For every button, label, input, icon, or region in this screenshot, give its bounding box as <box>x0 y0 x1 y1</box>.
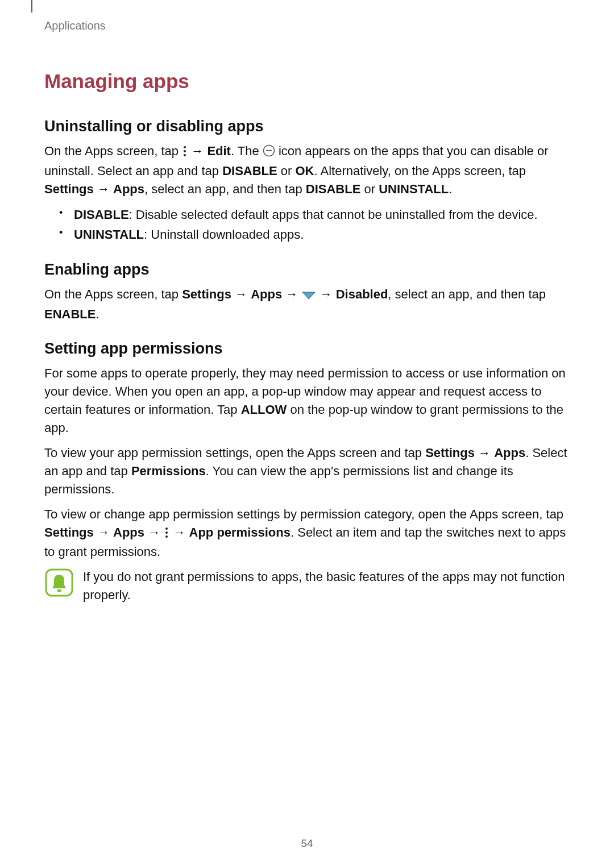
arrow: → <box>169 525 189 539</box>
perm-paragraph-3: To view or change app permission setting… <box>44 505 570 562</box>
arrow: → <box>231 287 251 301</box>
ok-label: OK <box>295 164 314 178</box>
arrow: → <box>144 525 164 539</box>
text: . Alternatively, on the Apps screen, tap <box>314 164 526 178</box>
heading-uninstalling: Uninstalling or disabling apps <box>44 118 570 135</box>
page-number: 54 <box>0 837 614 850</box>
uninstall-label: UNINSTALL <box>379 182 449 196</box>
bullet-term: UNINSTALL <box>74 227 144 242</box>
edit-label: Edit <box>207 144 231 158</box>
text: , select an app, and then tap <box>144 182 306 196</box>
text: or <box>277 164 296 178</box>
section-title: Managing apps <box>44 70 570 93</box>
settings-label: Settings <box>425 446 475 460</box>
disable-label: DISABLE <box>222 164 277 178</box>
note-callout: If you do not grant permissions to apps,… <box>44 568 570 604</box>
svg-point-0 <box>184 146 186 148</box>
text: . The <box>231 144 263 158</box>
text: To view your app permission settings, op… <box>44 446 425 460</box>
enable-label: ENABLE <box>44 307 96 321</box>
disable-label: DISABLE <box>306 182 361 196</box>
more-options-icon <box>182 144 188 162</box>
breadcrumb: Applications <box>44 19 570 32</box>
uninstall-paragraph: On the Apps screen, tap → Edit. The icon… <box>44 142 570 198</box>
enable-paragraph: On the Apps screen, tap Settings → Apps … <box>44 285 570 323</box>
apps-label: Apps <box>494 446 525 460</box>
text: , select an app, and then tap <box>388 287 546 301</box>
text: . <box>96 307 99 321</box>
heading-permissions: Setting app permissions <box>44 340 570 358</box>
svg-point-1 <box>184 150 186 152</box>
arrow: → <box>94 182 113 196</box>
apps-label: Apps <box>113 182 144 196</box>
svg-point-8 <box>165 535 168 538</box>
settings-label: Settings <box>44 182 94 196</box>
svg-point-2 <box>184 154 186 156</box>
perm-paragraph-1: For some apps to operate properly, they … <box>44 364 570 437</box>
allow-label: ALLOW <box>241 402 287 417</box>
arrow: → <box>94 525 113 539</box>
apps-label: Apps <box>251 287 282 301</box>
svg-marker-5 <box>302 292 315 299</box>
list-item: DISABLE: Disable selected default apps t… <box>59 205 570 224</box>
note-text: If you do not grant permissions to apps,… <box>83 568 570 604</box>
heading-enabling: Enabling apps <box>44 261 570 279</box>
text: On the Apps screen, tap <box>44 287 182 301</box>
bullet-term: DISABLE <box>74 207 129 222</box>
text: To view or change app permission setting… <box>44 507 563 521</box>
note-bell-icon <box>44 589 74 599</box>
arrow: → <box>282 287 301 301</box>
bullet-text: : Disable selected default apps that can… <box>129 207 538 222</box>
disabled-label: Disabled <box>336 287 388 301</box>
app-permissions-label: App permissions <box>189 525 291 539</box>
settings-label: Settings <box>44 525 94 539</box>
arrow: → <box>475 446 494 460</box>
svg-point-7 <box>165 531 168 534</box>
list-item: UNINSTALL: Uninstall downloaded apps. <box>59 225 570 244</box>
text: On the Apps screen, tap <box>44 144 182 158</box>
text: . <box>449 182 452 196</box>
apps-label: Apps <box>113 525 144 539</box>
text: or <box>360 182 379 196</box>
disable-badge-icon <box>263 144 275 162</box>
arrow: → <box>188 144 207 158</box>
perm-paragraph-2: To view your app permission settings, op… <box>44 444 570 499</box>
page-edge-mark <box>31 0 32 13</box>
permissions-label: Permissions <box>131 464 206 478</box>
more-options-icon <box>164 525 169 543</box>
arrow: → <box>316 287 335 301</box>
dropdown-triangle-icon <box>301 287 316 305</box>
settings-label: Settings <box>182 287 231 301</box>
svg-point-6 <box>165 528 168 530</box>
bullet-text: : Uninstall downloaded apps. <box>144 227 304 242</box>
